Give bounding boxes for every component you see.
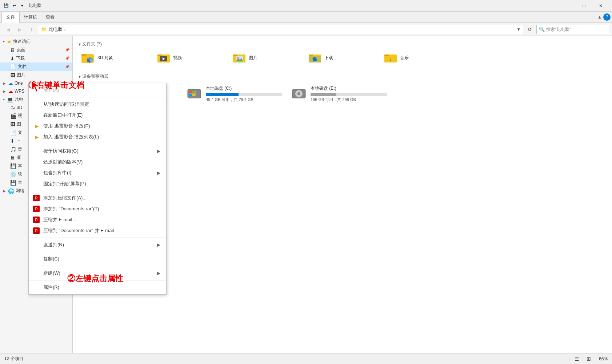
tab-computer[interactable]: 计算机: [20, 12, 41, 23]
3d-label: 3D: [17, 105, 22, 110]
ribbon-collapse-icon[interactable]: ▲: [597, 15, 602, 20]
back-button[interactable]: ◀: [3, 25, 13, 34]
drive-bar-bg-c: [206, 93, 282, 96]
svg-rect-22: [313, 60, 317, 61]
ctx-item-sendto[interactable]: 发送到(N) ▶: [29, 239, 166, 250]
dl-sub-label: 下: [16, 138, 20, 144]
view-list-icon[interactable]: ☰: [573, 355, 581, 363]
desktop-sub-label: 桌: [17, 154, 21, 161]
view-grid-icon[interactable]: ⊞: [584, 355, 593, 363]
folder-icon-music: ♪: [384, 51, 397, 64]
drive-item-c[interactable]: 本地磁盘 (C:) 45.4 GB 可用，共 79.4 GB: [183, 81, 285, 106]
ctx-item-new[interactable]: 新建(W) ▶: [29, 268, 166, 279]
ctx-item-expand[interactable]: 展开(A): [29, 85, 166, 96]
ctx-item-restore[interactable]: 还原以前的版本(V): [29, 157, 166, 167]
path-thispc[interactable]: 此电脑: [48, 26, 63, 33]
title-bar-icons: 💾 ↩ ▾: [3, 3, 25, 9]
drive-bar-bg-e: [311, 93, 387, 96]
address-path[interactable]: 📁 此电脑 › ▾: [38, 25, 523, 34]
ctx-item-newwindow[interactable]: 在新窗口中打开(E): [29, 110, 166, 121]
ctx-item-compress4[interactable]: R 压缩到 "Documents.rar" 并 E-mail: [29, 225, 166, 236]
ctx-properties-label: 属性(R): [43, 284, 59, 291]
ctx-pin-start-label: 固定到"开始"屏幕(P): [43, 181, 86, 187]
close-button[interactable]: ✕: [592, 0, 609, 12]
ctx-access-label: 授予访问权限(G): [43, 148, 79, 154]
folder-item-3d[interactable]: 3D 对象: [79, 49, 151, 67]
drive-name-e: 本地磁盘 (E:): [311, 85, 387, 92]
svg-rect-17: [309, 54, 313, 56]
ctx-item-xunlei-play[interactable]: ▶ 使用 迅雷影音 播放(P): [29, 121, 166, 132]
ctx-item-compress3[interactable]: R 压缩并 E-mail...: [29, 214, 166, 225]
folder-item-music[interactable]: ♪ 音乐: [381, 49, 454, 67]
svg-rect-21: [313, 57, 316, 60]
download-label: 下载: [16, 55, 25, 61]
video-label: 视: [18, 113, 22, 119]
chevron-right-network: ▶: [3, 189, 6, 193]
ctx-xunlei-add-label: 加入 迅雷影音 播放列表(L): [43, 134, 99, 140]
ctx-item-library[interactable]: 包含到库中(I) ▶: [29, 167, 166, 178]
tab-file[interactable]: 文件: [1, 12, 20, 23]
forward-button[interactable]: ▶: [15, 25, 25, 34]
sidebar-item-documents[interactable]: 📄 文档 📌: [0, 62, 72, 71]
sidebar-item-pictures[interactable]: 🖼 图片: [0, 71, 72, 79]
onedrive-icon: ☁: [8, 80, 13, 86]
rar-icon-1: R: [33, 195, 40, 201]
ctx-item-compress2[interactable]: R 添加到 "Documents.rar"(T): [29, 203, 166, 214]
folder-icon-3d: [81, 51, 95, 64]
e-drive-icon: 💾: [10, 180, 16, 186]
ctx-item-unpin[interactable]: 从"快速访问"取消固定: [29, 99, 166, 110]
menu-icon[interactable]: ▾: [19, 3, 25, 9]
folders-section-header: ▾ 文件夹 (7): [79, 39, 606, 49]
ctx-newwindow-label: 在新窗口中打开(E): [43, 112, 83, 118]
devices-section-label: 设备和驱动器: [82, 73, 108, 80]
save-icon[interactable]: 💾: [3, 3, 9, 9]
ctx-item-compress1[interactable]: R 添加到压缩文件(A)...: [29, 193, 166, 203]
network-icon: 🌐: [8, 188, 14, 194]
ctx-item-pin-start[interactable]: 固定到"开始"屏幕(P): [29, 178, 166, 189]
undo-icon[interactable]: ↩: [11, 3, 17, 9]
picture-sub-label: 图: [17, 121, 21, 127]
ctx-item-properties[interactable]: 属性(R): [29, 282, 166, 293]
document-icon: 📄: [10, 64, 16, 70]
folder-item-video[interactable]: 视频: [154, 49, 227, 67]
folder-label-picture: 图片: [249, 55, 257, 61]
search-icon: 🔍: [539, 27, 545, 32]
sidebar-item-download[interactable]: ⬇ 下载 📌: [0, 54, 72, 62]
sidebar-quickaccess-header[interactable]: ▾ ★ 快速访问: [0, 37, 72, 46]
folder-label-download: 下载: [324, 55, 333, 61]
ctx-compress2-label: 添加到 "Documents.rar"(T): [43, 206, 99, 212]
search-box: 🔍: [536, 25, 609, 34]
folder-item-picture[interactable]: 图片: [230, 49, 303, 67]
folder-icon-picture: [233, 51, 246, 64]
ctx-item-copy[interactable]: 复制(C): [29, 254, 166, 264]
drive-space-e: 196 GB 可用，共 298 GB: [311, 97, 387, 102]
ribbon-help-icon[interactable]: ?: [603, 13, 611, 21]
maximize-button[interactable]: □: [576, 0, 592, 12]
drive-item-e[interactable]: 本地磁盘 (E:) 196 GB 可用，共 298 GB: [288, 81, 390, 106]
refresh-button[interactable]: ↺: [525, 25, 535, 34]
svg-rect-12: [233, 54, 237, 56]
path-dropdown-icon[interactable]: ▾: [517, 27, 520, 32]
ctx-compress3-label: 压缩并 E-mail...: [43, 217, 76, 223]
search-input[interactable]: [546, 27, 607, 32]
ctx-item-xunlei-add[interactable]: ▶ 加入 迅雷影音 播放列表(L): [29, 132, 166, 142]
devices-chevron[interactable]: ▾: [79, 74, 81, 79]
ctx-restore-label: 还原以前的版本(V): [43, 159, 83, 165]
svg-rect-8: [157, 54, 162, 56]
folders-chevron[interactable]: ▾: [79, 42, 81, 47]
ctx-item-access[interactable]: 授予访问权限(G) ▶: [29, 146, 166, 157]
svg-text:♪: ♪: [389, 56, 392, 62]
music-icon-sm: 🎵: [10, 146, 16, 152]
ctx-sep-2: [29, 144, 166, 144]
tab-view[interactable]: 查看: [41, 12, 59, 23]
status-bar: 12 个项目 | ☰ ⊞ 66%: [0, 353, 612, 364]
up-button[interactable]: ↑: [26, 25, 36, 34]
svg-rect-33: [189, 94, 192, 96]
status-count: 12 个项目: [4, 356, 24, 362]
sidebar-item-desktop[interactable]: 🖥 桌面 📌: [0, 46, 72, 54]
minimize-button[interactable]: ─: [559, 0, 576, 12]
svg-rect-31: [189, 91, 192, 93]
ctx-expand-label: 展开(A): [43, 87, 59, 93]
ctx-sep-6: [29, 266, 166, 266]
folder-item-download[interactable]: 下载: [305, 49, 378, 67]
